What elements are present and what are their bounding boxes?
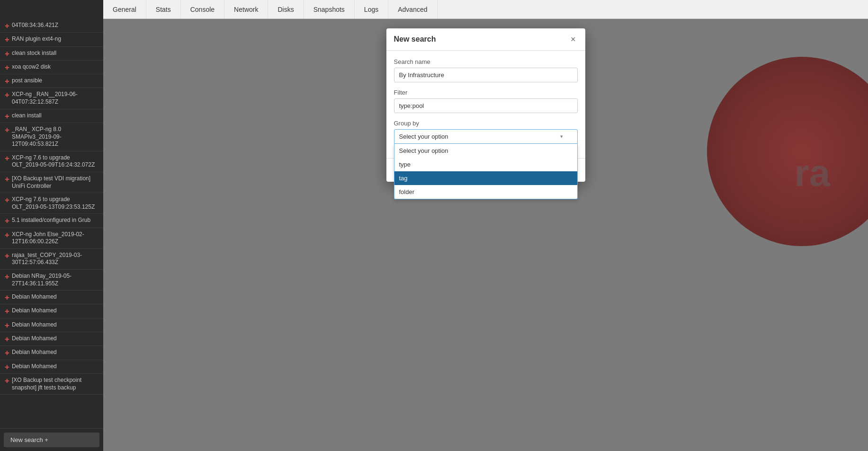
vm-icon: ✛ — [5, 350, 9, 356]
sidebar-footer: New search + — [0, 428, 103, 451]
sidebar-item[interactable]: ✛Debian Mohamed — [0, 318, 103, 332]
tab-advanced[interactable]: Advanced — [388, 0, 437, 18]
filter-group: Filter — [394, 89, 578, 113]
search-name-input[interactable] — [394, 68, 578, 82]
sidebar-item[interactable]: ✛XCP-ng John Else_2019-02-12T16:06:00.22… — [0, 228, 103, 249]
vm-icon: ✛ — [5, 23, 9, 29]
sidebar-item-label: [XO Backup test VDI migration] UniFi Con… — [12, 175, 98, 190]
sidebar-item-label: XCP-ng 7.6 to upgrade OLT_2019-05-09T16:… — [12, 154, 98, 169]
sidebar-item[interactable]: ✛[XO Backup test checkpoint snapshot] jf… — [0, 374, 103, 395]
vm-icon: ✛ — [5, 197, 9, 203]
filter-input[interactable] — [394, 98, 578, 113]
vm-icon: ✛ — [5, 155, 9, 162]
vm-icon: ✛ — [5, 127, 9, 133]
vm-icon: ✛ — [5, 64, 9, 71]
group-by-wrapper: Select your option ▾ Select your optiont… — [394, 129, 578, 144]
sidebar-item-label: xoa qcow2 disk — [12, 63, 51, 71]
sidebar-item-label: rajaa_test_COPY_2019-03-30T12:57:06.433Z — [12, 252, 98, 266]
group-by-select[interactable]: Select your option ▾ — [394, 129, 578, 144]
sidebar-item[interactable]: ✛clean stock install — [0, 47, 103, 61]
modal-body: Search name Filter Group by — [386, 51, 585, 158]
sidebar-items-list: ✛04T08:34:36.421Z✛RAN plugin ext4-ng✛cle… — [0, 19, 103, 428]
sidebar-item-label: clean install — [12, 112, 42, 120]
dropdown-option-type[interactable]: type — [394, 158, 577, 171]
tab-snapshots[interactable]: Snapshots — [304, 0, 355, 18]
sidebar-item-label: Debian NRay_2019-05-27T14:36:11.955Z — [12, 273, 98, 287]
vm-icon: ✛ — [5, 78, 9, 85]
sidebar-item-label: Debian Mohamed — [12, 335, 57, 343]
sidebar-item-label: XCP-ng John Else_2019-02-12T16:06:00.226… — [12, 231, 98, 246]
sidebar-item-label: Debian Mohamed — [12, 307, 57, 315]
sidebar-item-label: [XO Backup test checkpoint snapshot] jft… — [12, 377, 98, 391]
vm-icon: ✛ — [5, 378, 9, 384]
vm-icon: ✛ — [5, 176, 9, 183]
sidebar-item[interactable]: ✛Debian NRay_2019-05-27T14:36:11.955Z — [0, 270, 103, 291]
sidebar-item-label: XCP-ng _RAN__2019-06-04T07:32:12.587Z — [12, 91, 98, 106]
sidebar-item[interactable]: ✛Debian Mohamed — [0, 346, 103, 360]
select-arrow-icon: ▾ — [560, 133, 563, 140]
sidebar-item[interactable]: ✛xoa qcow2 disk — [0, 61, 103, 74]
sidebar-item[interactable]: ✛5.1 installed/configured in Grub — [0, 214, 103, 228]
sidebar-item[interactable]: ✛Debian Mohamed — [0, 360, 103, 374]
sidebar-item[interactable]: ✛RAN plugin ext4-ng — [0, 33, 103, 46]
modal-title: New search — [394, 35, 436, 44]
new-search-modal: New search × Search name Filter — [386, 28, 585, 182]
dropdown-option-placeholder[interactable]: Select your option — [394, 144, 577, 158]
sidebar-item[interactable]: ✛Debian Mohamed — [0, 332, 103, 346]
sidebar-item-label: Debian Mohamed — [12, 363, 57, 371]
sidebar-item[interactable]: ✛Debian Mohamed — [0, 304, 103, 318]
tab-general[interactable]: General — [103, 0, 146, 18]
group-by-dropdown: Select your optiontypetagfolder — [394, 144, 578, 199]
sidebar-item[interactable]: ✛XCP-ng 7.6 to upgrade OLT_2019-05-13T09… — [0, 193, 103, 214]
sidebar-item-label: Debian Mohamed — [12, 293, 57, 301]
tab-bar: GeneralStatsConsoleNetworkDisksSnapshots… — [103, 0, 868, 19]
modal-close-button[interactable]: × — [569, 35, 578, 44]
sidebar-item[interactable]: ✛post ansible — [0, 74, 103, 88]
vm-icon: ✛ — [5, 36, 9, 43]
sidebar-item[interactable]: ✛[XO Backup test VDI migration] UniFi Co… — [0, 172, 103, 193]
modal-overlay: New search × Search name Filter — [103, 19, 868, 451]
dropdown-option-tag[interactable]: tag — [394, 171, 577, 185]
new-search-button[interactable]: New search + — [4, 433, 99, 447]
sidebar-item-label: post ansible — [12, 77, 42, 85]
sidebar-item-label: clean stock install — [12, 50, 56, 57]
group-by-group: Group by Select your option ▾ Select you… — [394, 120, 578, 144]
sidebar-item[interactable]: ✛XCP-ng 7.6 to upgrade OLT_2019-05-09T16… — [0, 151, 103, 172]
vm-icon: ✛ — [5, 113, 9, 120]
vm-icon: ✛ — [5, 92, 9, 98]
sidebar-item[interactable]: ✛Debian Mohamed — [0, 291, 103, 304]
filter-label: Filter — [394, 89, 578, 96]
sidebar-item-label: Debian Mohamed — [12, 349, 57, 356]
sidebar-item-label: 5.1 installed/configured in Grub — [12, 217, 90, 224]
vm-icon: ✛ — [5, 322, 9, 329]
group-by-label: Group by — [394, 120, 578, 127]
tab-stats[interactable]: Stats — [146, 0, 181, 18]
sidebar-item-label: Debian Mohamed — [12, 321, 57, 329]
sidebar-item[interactable]: ✛XCP-ng _RAN__2019-06-04T07:32:12.587Z — [0, 88, 103, 109]
vm-icon: ✛ — [5, 232, 9, 239]
dropdown-option-folder[interactable]: folder — [394, 185, 577, 199]
tab-console[interactable]: Console — [181, 0, 224, 18]
vm-icon: ✛ — [5, 364, 9, 371]
sidebar-item[interactable]: ✛clean install — [0, 109, 103, 123]
vm-icon: ✛ — [5, 294, 9, 301]
vm-icon: ✛ — [5, 308, 9, 315]
vm-icon: ✛ — [5, 51, 9, 57]
group-by-selected-text: Select your option — [399, 133, 448, 140]
vm-icon: ✛ — [5, 274, 9, 280]
tab-disks[interactable]: Disks — [268, 0, 304, 18]
modal-header: New search × — [386, 28, 585, 51]
search-name-group: Search name — [394, 58, 578, 82]
sidebar-item-label: XCP-ng 7.6 to upgrade OLT_2019-05-13T09:… — [12, 196, 98, 211]
tab-network[interactable]: Network — [224, 0, 268, 18]
sidebar-item[interactable]: ✛_RAN_ XCP-ng 8.0 SMAPIv3_2019-09-12T09:… — [0, 123, 103, 151]
sidebar-item-label: 04T08:34:36.421Z — [12, 22, 58, 29]
sidebar-item[interactable]: ✛rajaa_test_COPY_2019-03-30T12:57:06.433… — [0, 249, 103, 270]
vm-icon: ✛ — [5, 253, 9, 259]
vm-icon: ✛ — [5, 336, 9, 343]
tab-logs[interactable]: Logs — [355, 0, 388, 18]
content-area: ra New search × Search name — [103, 19, 868, 451]
vm-icon: ✛ — [5, 218, 9, 224]
sidebar-item[interactable]: ✛04T08:34:36.421Z — [0, 19, 103, 33]
search-name-label: Search name — [394, 58, 578, 65]
